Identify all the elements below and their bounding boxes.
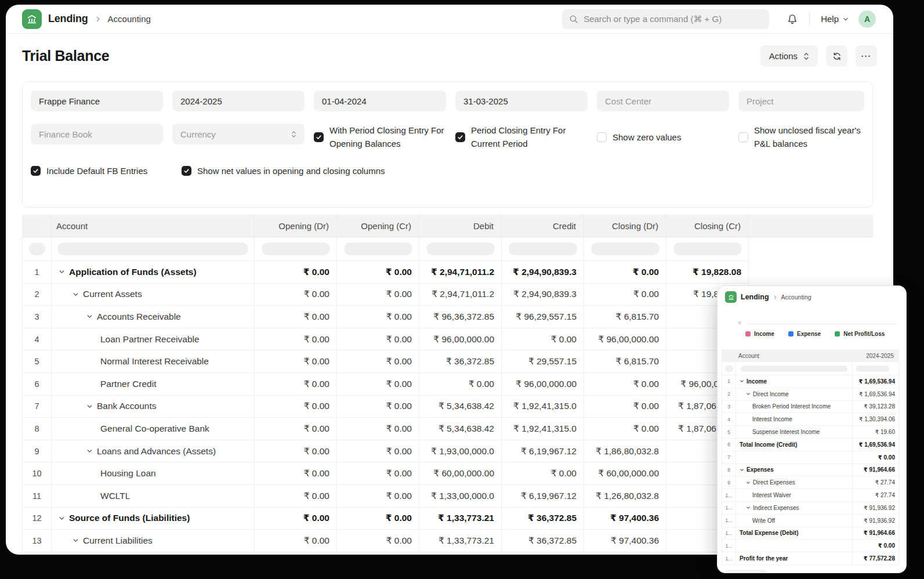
account-cell[interactable]: Interest Income xyxy=(736,413,852,425)
checked-checkbox-icon[interactable] xyxy=(31,166,41,176)
checkbox-label: Show unclosed fiscal year's P&L balances xyxy=(754,124,864,150)
project-filter-input[interactable]: Project xyxy=(738,91,864,111)
chevron-down-icon[interactable] xyxy=(73,537,79,544)
account-cell[interactable]: Expenses xyxy=(736,464,852,476)
opening-dr-filter-input[interactable] xyxy=(262,243,330,255)
account-cell[interactable]: Profit for the year xyxy=(736,552,852,564)
debit-filter-input[interactable] xyxy=(426,243,495,255)
checked-checkbox-icon[interactable] xyxy=(455,132,465,142)
account-cell[interactable]: Direct Income xyxy=(736,388,852,400)
chevron-down-icon[interactable] xyxy=(86,448,93,454)
account-cell[interactable]: Total Income (Credit) xyxy=(736,439,852,451)
finance-book-filter-input[interactable]: Finance Book xyxy=(31,124,163,144)
chevron-down-icon[interactable] xyxy=(59,269,65,275)
closing-cr-filter-input[interactable] xyxy=(673,243,742,255)
period-closing-entry-current-checkbox[interactable]: Period Closing Entry For Current Period xyxy=(455,124,588,150)
chevron-down-icon[interactable] xyxy=(86,313,93,320)
account-cell[interactable]: Application of Funds (Assets) xyxy=(52,261,255,283)
account-cell[interactable]: Accounts Receivable xyxy=(52,306,255,328)
actions-button[interactable]: Actions xyxy=(760,45,818,67)
index-filter-input[interactable] xyxy=(29,243,45,255)
account-cell[interactable]: Direct Expenses xyxy=(736,476,852,488)
brand-bank-icon[interactable] xyxy=(22,9,42,29)
notifications-bell-icon[interactable] xyxy=(787,13,798,25)
include-default-fb-entries-checkbox[interactable]: Include Default FB Entries xyxy=(31,164,172,178)
chevron-down-icon[interactable] xyxy=(73,291,79,298)
mini-filter-row xyxy=(722,362,898,375)
account-cell[interactable]: Income xyxy=(736,375,852,388)
breadcrumb-accounting[interactable]: Accounting xyxy=(108,14,151,24)
from-date-filter-input[interactable]: 01-04-2024 xyxy=(314,91,446,111)
legend-income[interactable]: Income xyxy=(745,331,774,337)
unchecked-checkbox-icon[interactable] xyxy=(597,132,607,142)
account-cell[interactable]: Normal Interest Receivable xyxy=(52,350,255,372)
show-net-values-checkbox[interactable]: Show net values in opening and closing c… xyxy=(182,164,385,178)
show-zero-values-checkbox[interactable]: Show zero values xyxy=(597,124,729,150)
header-opening-cr[interactable]: Opening (Cr) xyxy=(336,215,419,237)
closing-dr-filter-input[interactable] xyxy=(591,243,660,255)
header-opening-dr[interactable]: Opening (Dr) xyxy=(254,215,336,237)
avatar[interactable]: A xyxy=(858,10,876,28)
unchecked-checkbox-icon[interactable] xyxy=(738,132,748,142)
account-cell[interactable]: General Co-operative Bank xyxy=(52,418,255,440)
chevron-down-icon[interactable] xyxy=(746,392,751,396)
account-name: Write Off xyxy=(752,518,775,524)
account-cell[interactable]: Bank Accounts xyxy=(52,396,255,418)
account-cell[interactable]: Write Off xyxy=(736,515,852,527)
account-cell[interactable]: Indirect Expenses xyxy=(736,502,852,514)
credit-cell: ₹ 29,557.15 xyxy=(502,350,584,372)
header-account[interactable]: Account xyxy=(51,215,254,237)
account-cell[interactable]: Loan Partner Receivable xyxy=(52,328,255,350)
refresh-button[interactable] xyxy=(826,45,847,67)
to-date-filter-input[interactable]: 31-03-2025 xyxy=(455,91,588,111)
account-cell[interactable]: Current Assets xyxy=(52,284,255,306)
help-menu[interactable]: Help xyxy=(821,14,849,24)
show-unclosed-pl-checkbox[interactable]: Show unclosed fiscal year's P&L balances xyxy=(738,124,864,150)
account-cell[interactable]: Total Expense (Debit) xyxy=(736,527,852,540)
account-cell[interactable]: Partner Credit xyxy=(52,373,255,395)
account-cell[interactable]: Suspense Interest Income xyxy=(736,426,852,438)
header-credit[interactable]: Credit xyxy=(501,215,584,237)
account-cell[interactable]: Housing Loan xyxy=(52,462,255,484)
chevron-down-icon[interactable] xyxy=(746,505,751,510)
header-debit[interactable]: Debit xyxy=(419,215,501,237)
chevron-down-icon[interactable] xyxy=(740,379,744,383)
account-cell[interactable]: Interest Waiver xyxy=(736,489,852,501)
account-cell[interactable] xyxy=(736,540,852,552)
account-cell[interactable]: Source of Funds (Liabilities) xyxy=(52,508,255,530)
mini-header-period[interactable]: 2024-2025 xyxy=(866,353,894,359)
account-cell[interactable]: Loans and Advances (Assets) xyxy=(52,440,255,462)
account-cell[interactable]: Current Liabilities xyxy=(52,530,255,552)
fiscal-year-filter-input[interactable]: 2024-2025 xyxy=(172,91,305,111)
chevron-down-icon[interactable] xyxy=(59,515,65,522)
account-cell[interactable] xyxy=(736,451,852,464)
legend-expense[interactable]: Expense xyxy=(788,331,821,337)
mini-table-row: 1...₹ 0.00 xyxy=(722,540,898,552)
mini-header-account[interactable]: Account xyxy=(738,353,759,359)
chevron-down-icon[interactable] xyxy=(746,480,751,485)
currency-filter-select[interactable]: Currency xyxy=(172,124,305,144)
chevron-down-icon[interactable] xyxy=(740,468,744,472)
more-button[interactable]: ··· xyxy=(856,45,877,67)
with-period-closing-entry-opening-checkbox[interactable]: With Period Closing Entry For Opening Ba… xyxy=(314,124,446,150)
mini-account-filter-input[interactable] xyxy=(741,366,847,372)
account-cell[interactable]: Broken Period Interest Income xyxy=(736,401,852,413)
checked-checkbox-icon[interactable] xyxy=(314,132,324,142)
search-input[interactable]: Search or type a command (⌘ + G) xyxy=(562,9,769,29)
chevron-down-icon[interactable] xyxy=(86,403,93,410)
mini-index-filter-input[interactable] xyxy=(725,366,733,372)
header-closing-cr[interactable]: Closing (Cr) xyxy=(666,215,748,237)
account-filter-input[interactable] xyxy=(57,243,248,255)
account-cell[interactable]: WCLTL xyxy=(52,485,255,507)
legend-net-profit[interactable]: Net Profit/Loss xyxy=(835,331,885,337)
header-closing-dr[interactable]: Closing (Dr) xyxy=(584,215,666,237)
company-filter-input[interactable]: Frappe Finance xyxy=(31,91,163,111)
cost-center-filter-input[interactable]: Cost Center xyxy=(597,91,729,111)
mini-value-filter-input[interactable] xyxy=(856,366,889,372)
brand-name[interactable]: Lending xyxy=(48,13,88,25)
credit-filter-input[interactable] xyxy=(509,243,577,255)
checked-checkbox-icon[interactable] xyxy=(182,166,191,176)
income-swatch-icon xyxy=(745,331,751,336)
collapse-all-button[interactable]: Collapse All xyxy=(724,570,768,573)
opening-cr-filter-input[interactable] xyxy=(344,243,412,255)
